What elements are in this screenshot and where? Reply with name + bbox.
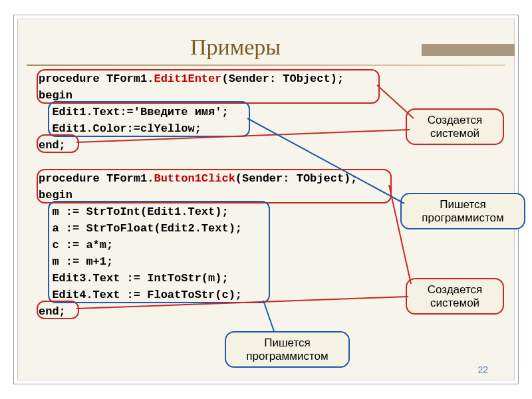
outline-code1-sig <box>37 69 380 104</box>
page-number: 22 <box>477 364 488 375</box>
outline-code2-end <box>37 301 79 319</box>
outline-code1-body <box>48 101 250 137</box>
callout-system-created-2: Создается системой <box>406 278 504 315</box>
title-row: Примеры <box>17 35 515 60</box>
callout-programmer-1: Пишется программистом <box>400 193 525 229</box>
title-underline <box>27 65 505 66</box>
page-title: Примеры <box>190 35 281 60</box>
callout-programmer-2: Пишется программистом <box>225 331 350 368</box>
outline-code1-end <box>37 134 79 153</box>
outline-code2-sig <box>37 169 392 203</box>
accent-bar <box>422 44 515 56</box>
outline-code2-body <box>48 201 270 303</box>
callout-system-created-1: Создается системой <box>406 108 504 145</box>
